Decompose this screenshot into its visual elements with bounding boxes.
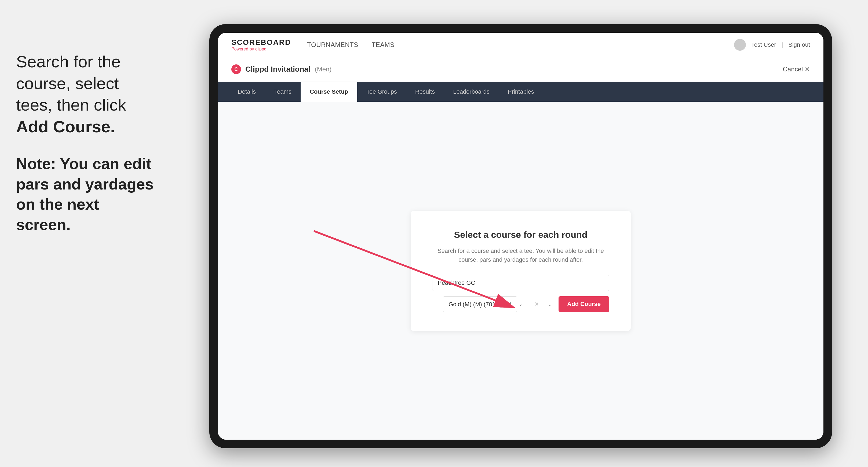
nav-right: Test User | Sign out xyxy=(734,39,810,51)
cancel-label: Cancel xyxy=(783,65,803,73)
nav-left: SCOREBOARD Powered by clippd TOURNAMENTS… xyxy=(231,38,395,52)
annotation-main-text: Search for the course, select tees, then… xyxy=(16,51,156,137)
tab-leaderboards[interactable]: Leaderboards xyxy=(444,82,499,102)
cancel-icon: ✕ xyxy=(805,65,810,73)
tab-results[interactable]: Results xyxy=(406,82,444,102)
logo-subtitle: Powered by clippd xyxy=(231,47,291,52)
nav-teams[interactable]: TEAMS xyxy=(372,41,395,49)
tournament-header: C Clippd Invitational (Men) Cancel ✕ xyxy=(218,57,824,82)
tournament-name: Clippd Invitational xyxy=(245,65,311,73)
tablet-device: SCOREBOARD Powered by clippd TOURNAMENTS… xyxy=(209,24,832,448)
tournament-icon-letter: C xyxy=(235,67,238,72)
add-course-button[interactable]: Add Course xyxy=(559,296,609,312)
tournament-icon: C xyxy=(231,64,241,74)
tabs-nav: Details Teams Course Setup Tee Groups Re… xyxy=(218,82,824,102)
nav-tournaments[interactable]: TOURNAMENTS xyxy=(307,41,358,49)
tee-chevron-icon: ⌄ xyxy=(546,299,554,309)
tee-select-row: Gold (M) (M) (7010 yds) ✕ ⌄ Add Course xyxy=(432,296,609,312)
card-title: Select a course for each round xyxy=(432,229,609,240)
tab-course-setup[interactable]: Course Setup xyxy=(301,82,357,102)
tab-printables[interactable]: Printables xyxy=(499,82,543,102)
annotation-area: Search for the course, select tees, then… xyxy=(0,40,172,245)
tournament-title: C Clippd Invitational (Men) xyxy=(231,64,332,74)
scoreboard-logo: SCOREBOARD Powered by clippd xyxy=(231,38,291,52)
tab-tee-groups[interactable]: Tee Groups xyxy=(357,82,406,102)
clear-tee-button[interactable]: ✕ xyxy=(532,299,541,309)
tee-select-wrapper: Gold (M) (M) (7010 yds) xyxy=(432,296,528,312)
tablet-screen: SCOREBOARD Powered by clippd TOURNAMENTS… xyxy=(218,33,824,440)
course-search-input[interactable] xyxy=(432,275,609,291)
top-nav: SCOREBOARD Powered by clippd TOURNAMENTS… xyxy=(218,33,824,57)
card-description: Search for a course and select a tee. Yo… xyxy=(432,246,609,264)
nav-links: TOURNAMENTS TEAMS xyxy=(307,41,395,49)
nav-separator: | xyxy=(782,41,783,48)
course-card: Select a course for each round Search fo… xyxy=(411,211,631,331)
annotation-note: Note: You can edit pars and yardages on … xyxy=(16,154,156,235)
user-avatar xyxy=(734,39,746,51)
logo-title: SCOREBOARD xyxy=(231,38,291,47)
add-course-label: Add Course xyxy=(567,301,601,307)
tab-details[interactable]: Details xyxy=(229,82,265,102)
tournament-type: (Men) xyxy=(315,65,332,73)
annotation-bold: Add Course. xyxy=(16,117,115,136)
cancel-button[interactable]: Cancel ✕ xyxy=(783,65,810,73)
main-content: Select a course for each round Search fo… xyxy=(218,102,824,440)
signout-link[interactable]: Sign out xyxy=(788,41,810,48)
tab-teams[interactable]: Teams xyxy=(265,82,301,102)
tee-select[interactable]: Gold (M) (M) (7010 yds) xyxy=(443,296,517,312)
user-label: Test User xyxy=(751,41,776,48)
